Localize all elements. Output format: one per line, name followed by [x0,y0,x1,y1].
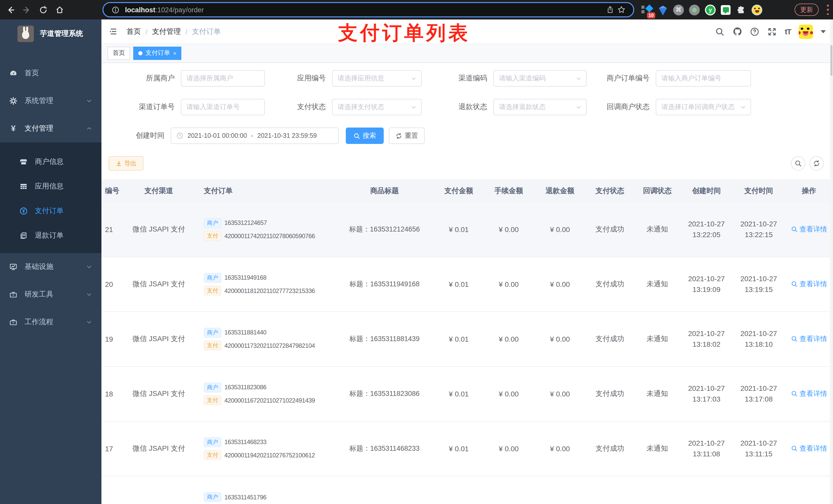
chevron-down-icon [576,104,581,110]
chevron-down-icon [576,75,581,81]
merchant-order-no-input[interactable]: 请输入商户订单编号 [656,70,751,87]
chevron-down-icon [86,291,92,297]
sidebar-item-dev-tools[interactable]: 研发工具 [0,281,101,308]
sidebar-item-label: 研发工具 [25,290,53,299]
sidebar-item-label: 应用信息 [35,182,64,191]
sidebar-item-payment[interactable]: ¥ 支付管理 [0,115,101,142]
yen-icon: ¥ [9,124,18,133]
sidebar-item-label: 退款订单 [35,231,64,240]
extension-y-icon[interactable]: y [705,4,716,15]
chevron-down-icon [411,75,416,81]
status-badge: 支付成功 [586,334,634,344]
channel-order-no-input[interactable]: 请输入渠道订单号 [181,99,265,115]
show-search-toggle-button[interactable] [791,156,805,171]
extensions-puzzle-icon[interactable] [736,4,746,15]
extension-dot-icon[interactable] [689,4,700,15]
fullscreen-icon[interactable] [767,27,777,37]
filter-channel-code: 渠道编码 请输入渠道编码 [493,70,587,87]
tab-bar: 首页 支付订单 × [101,44,833,63]
github-icon[interactable] [733,27,742,37]
extensions-area: 10 ⌘ y [641,0,762,20]
sidebar-item-infrastructure[interactable]: 基础设施 [0,253,101,281]
sidebar-item-label: 系统管理 [25,96,53,105]
export-button[interactable]: 导出 [109,156,143,171]
sidebar-item-system[interactable]: 系统管理 [0,87,101,115]
sidebar-item-label: 支付管理 [25,124,53,133]
profile-avatar-icon[interactable] [752,4,762,15]
site-info-icon[interactable] [110,4,121,15]
shop-icon [20,158,28,166]
sidebar-item-app-info[interactable]: 应用信息 [0,174,101,199]
view-detail-link[interactable]: 查看详情 [791,389,827,399]
back-icon[interactable] [4,4,16,16]
font-size-icon[interactable]: tT [785,27,791,36]
help-icon[interactable] [750,27,760,37]
extension-gem-icon[interactable] [657,4,668,15]
filter-create-time: 创建时间 2021-10-01 00:00:00 - 2021-10-31 23… [171,127,339,144]
table-row: 17 微信 JSAPI 支付 商户1635311468233 支付4200001… [101,422,833,476]
filter-merchant: 所属商户 请选择所属商户 [181,70,265,87]
search-icon[interactable] [715,27,725,37]
sidebar-item-label: 工作流程 [25,317,53,327]
view-detail-link[interactable]: 查看详情 [791,280,827,289]
content-area: 所属商户 请选择所属商户 应用编号 请选择应用信息 渠道编码 请输入渠道编码 商… [101,63,833,504]
reset-button[interactable]: 重置 [389,127,425,144]
extension-command-icon[interactable]: ⌘ [673,4,684,15]
url-bar[interactable]: localhost:1024/pay/order [102,2,634,18]
sidebar-item-merchant-info[interactable]: 商户信息 [0,149,101,174]
date-range-picker[interactable]: 2021-10-01 00:00:00 - 2021-10-31 23:59:5… [171,127,339,144]
filter-refund-status: 退款状态 请选择退款状态 [493,99,587,115]
screen: localhost:1024/pay/order 10 ⌘ y 更新 芋道管理系… [0,0,833,504]
merchant-tag: 商户 [204,383,221,392]
bookmark-star-icon[interactable] [616,4,627,15]
refresh-table-button[interactable] [809,156,824,171]
channel-code-select[interactable]: 请输入渠道编码 [493,70,587,87]
merchant-tag: 商户 [204,218,221,228]
sidebar-fold-icon[interactable] [109,27,117,36]
extension-pinned-icon[interactable]: 10 [641,4,652,15]
page-scrollbar[interactable] [830,20,833,504]
close-tab-icon[interactable]: × [173,50,176,56]
sidebar-item-workflow[interactable]: 工作流程 [0,308,101,336]
browser-menu-icon[interactable] [827,5,829,15]
yen-circle-icon [20,207,28,215]
sidebar-item-pay-order[interactable]: 支付订单 [0,199,101,223]
pay-tag: 支付 [204,341,221,350]
update-button[interactable]: 更新 [794,4,819,16]
filter-merchant-order-no: 商户订单编号 请输入商户订单编号 [656,70,751,87]
view-detail-link[interactable]: 查看详情 [791,444,827,453]
breadcrumb: 首页 / 支付管理 / 支付订单 [126,27,221,36]
sidebar-item-refund-order[interactable]: 退款订单 [0,223,101,248]
gear-icon [9,97,18,105]
breadcrumb-home[interactable]: 首页 [126,27,141,36]
view-detail-link[interactable]: 查看详情 [791,334,827,344]
toolbox-icon [9,290,18,298]
app-title: 芋道管理系统 [40,29,83,39]
extension-chat-icon[interactable] [721,5,731,15]
sidebar-item-home[interactable]: 首页 [0,59,101,87]
merchant-input[interactable]: 请选择所属商户 [181,70,265,87]
avatar-caret-icon[interactable] [821,30,826,33]
reload-icon[interactable] [37,4,49,16]
table-row: 19 微信 JSAPI 支付 商户1635311881440 支付4200001… [101,312,833,367]
home-icon[interactable] [53,4,66,16]
refund-status-select[interactable]: 请选择退款状态 [493,99,587,115]
page-annotation-title: 支付订单列表 [338,20,470,46]
dashboard-icon [9,69,18,77]
chevron-down-icon [86,98,92,104]
tab-pay-order[interactable]: 支付订单 × [133,46,182,60]
pay-status-select[interactable]: 请选择支付状态 [332,99,422,115]
forward-icon[interactable] [21,4,33,16]
app-select[interactable]: 请选择应用信息 [332,70,422,87]
app-logo[interactable]: 芋道管理系统 [0,20,101,48]
payment-submenu: 商户信息 应用信息 支付订单 退款订单 [0,142,101,253]
sidebar: 芋道管理系统 首页 系统管理 ¥ 支付管理 商户信息 [0,20,101,504]
notify-status-select[interactable]: 请选择订单回调商户状态 [656,99,751,115]
view-detail-link[interactable]: 查看详情 [791,225,827,234]
user-avatar[interactable] [799,24,813,39]
search-button[interactable]: 搜索 [346,127,384,144]
sidebar-item-label: 基础设施 [25,262,53,271]
tab-home[interactable]: 首页 [108,46,130,60]
breadcrumb-payment[interactable]: 支付管理 [152,27,181,36]
share-icon[interactable] [604,4,616,15]
